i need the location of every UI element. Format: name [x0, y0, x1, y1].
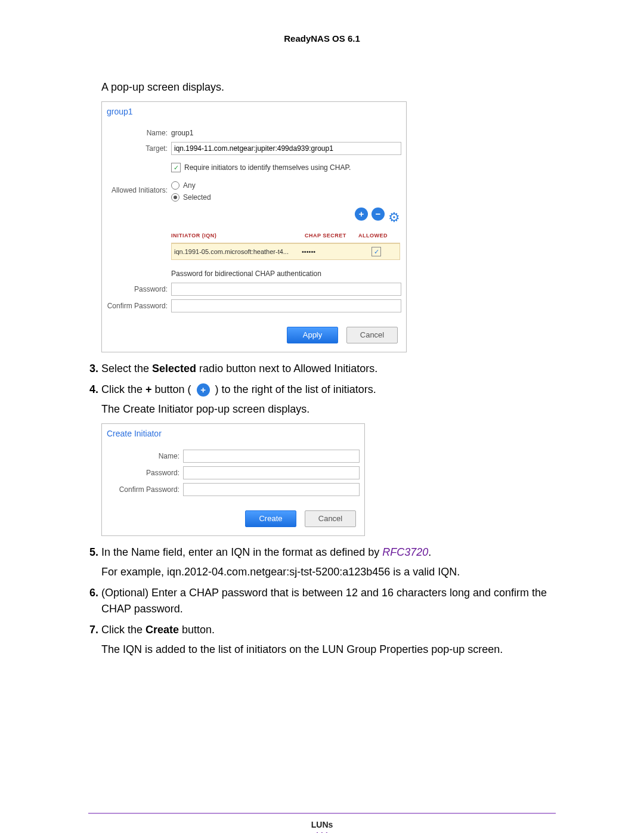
row-iqn: iqn.1991-05.com.microsoft:heather-t4...	[174, 247, 302, 257]
create-initiator-popup: Create Initiator Name: Password: Confirm…	[101, 423, 365, 536]
radio-icon	[171, 181, 179, 190]
target-label: Target:	[102, 143, 171, 154]
name-value: group1	[171, 128, 193, 138]
password-input[interactable]	[171, 283, 401, 296]
footer-section: LUNs	[88, 820, 556, 829]
intro-text: A pop-up screen displays.	[101, 79, 556, 95]
chap-password-note: Password for bidirectional CHAP authenti…	[171, 268, 406, 279]
ci-name-input[interactable]	[183, 450, 360, 463]
row-allowed-check[interactable]: ✓	[371, 247, 381, 256]
radio-any-label: Any	[183, 180, 196, 191]
table-row[interactable]: iqn.1991-05.com.microsoft:heather-t4... …	[171, 243, 400, 261]
confirm-password-input[interactable]	[171, 299, 401, 312]
ci-cancel-button[interactable]: Cancel	[305, 510, 356, 527]
name-label: Name:	[102, 128, 171, 138]
chap-checkbox-label: Require initiators to identify themselve…	[184, 162, 351, 173]
create-button[interactable]: Create	[245, 510, 296, 527]
step-5: In the Name field, enter an IQN in the f…	[101, 544, 556, 580]
popup2-title: Create Initiator	[102, 424, 364, 446]
col-iqn: INITIATOR (IQN)	[171, 232, 305, 240]
rfc-link[interactable]: RFC3720	[382, 546, 428, 558]
row-secret: ••••••	[302, 247, 355, 257]
step-6: (Optional) Enter a CHAP password that is…	[101, 585, 556, 617]
radio-selected[interactable]: Selected	[171, 192, 211, 203]
page-footer: LUNs 111	[88, 813, 556, 833]
footer-page-number: 111	[88, 831, 556, 833]
password-label: Password:	[102, 284, 171, 295]
ci-password-input[interactable]	[183, 466, 360, 479]
confirm-password-label: Confirm Password:	[102, 301, 171, 311]
cancel-button[interactable]: Cancel	[346, 327, 398, 343]
col-allowed: ALLOWED	[358, 232, 400, 240]
initiator-table: INITIATOR (IQN) CHAP SECRET ALLOWED iqn.…	[171, 232, 400, 260]
chap-checkbox[interactable]: ✓	[171, 163, 181, 172]
radio-selected-label: Selected	[183, 192, 211, 203]
ci-confirm-input[interactable]	[183, 483, 360, 496]
ci-name-label: Name:	[102, 451, 183, 462]
step-7: Click the Create button. The IQN is adde…	[101, 622, 556, 658]
step-7-sub: The IQN is added to the list of initiato…	[101, 642, 556, 658]
add-initiator-icon[interactable]: +	[355, 208, 368, 221]
ci-confirm-label: Confirm Password:	[102, 484, 183, 495]
ci-password-label: Password:	[102, 467, 183, 478]
plus-icon: +	[197, 383, 210, 397]
target-input[interactable]	[171, 142, 401, 155]
step-4: Click the + button ( + ) to the right of…	[101, 382, 556, 536]
gear-icon[interactable]: ⚙	[388, 208, 400, 227]
document-header: ReadyNAS OS 6.1	[88, 33, 556, 44]
popup-title: group1	[102, 102, 406, 124]
group-properties-popup: group1 Name: group1 Target: ✓ Require in…	[101, 101, 407, 352]
radio-any[interactable]: Any	[171, 180, 211, 191]
col-chap-secret: CHAP SECRET	[305, 232, 358, 240]
allowed-initiators-label: Allowed Initiators:	[102, 180, 171, 196]
apply-button[interactable]: Apply	[287, 327, 338, 343]
step-3: Select the Selected radio button next to…	[101, 361, 556, 377]
remove-initiator-icon[interactable]: −	[371, 208, 385, 221]
step-4-sub: The Create Initiator pop-up screen displ…	[101, 401, 556, 417]
radio-icon	[171, 193, 179, 202]
step-5-sub: For example, iqn.2012-04.com.netgear:sj-…	[101, 564, 556, 580]
